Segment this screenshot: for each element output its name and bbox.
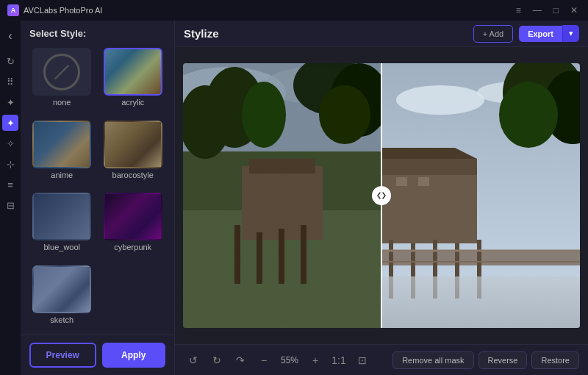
page-title: Stylize [184, 27, 219, 40]
zoom-level: 55% [278, 355, 301, 365]
layers-sidebar-icon[interactable]: ≡ [2, 176, 18, 193]
grid-sidebar-icon[interactable]: ⠿ [2, 74, 18, 90]
rotate-sidebar-icon[interactable]: ↻ [2, 53, 18, 69]
style-thumbnail-barocostyle [104, 121, 162, 168]
toolbar-right: Remove all mask Reverse Restore [392, 351, 579, 369]
svg-rect-17 [183, 63, 381, 328]
divider-handle-icon [376, 190, 387, 201]
after-svg [381, 63, 580, 328]
restore-button[interactable]: Restore [531, 351, 579, 369]
styles-grid: none acrylic anime barocostyle blue_wool [21, 45, 174, 335]
apply-button[interactable]: Apply [102, 343, 166, 368]
image-area [175, 47, 588, 344]
style-label-acrylic: acrylic [121, 98, 144, 107]
icon-sidebar: ‹ ↻ ⠿ ✦ ✦ ✧ ⊹ ≡ ⊟ [0, 21, 21, 375]
style-item-acrylic[interactable]: acrylic [101, 48, 166, 115]
style-thumbnail-anime [32, 121, 91, 168]
maximize-button[interactable]: □ [551, 4, 562, 17]
after-image [381, 63, 580, 328]
style-item-anime[interactable]: anime [29, 121, 95, 188]
redo-button[interactable]: ↷ [231, 351, 250, 370]
panel-footer: Preview Apply [21, 335, 174, 375]
before-svg [183, 63, 381, 328]
style-label-extra: sketch [50, 315, 74, 324]
remove-all-mask-button[interactable]: Remove all mask [392, 351, 473, 369]
undo-back-button[interactable]: ↻ [207, 351, 226, 370]
reverse-button[interactable]: Reverse [478, 351, 528, 369]
style-item-blue-wool[interactable]: blue_wool [29, 193, 95, 260]
toolbar-left: ↺ ↻ ↷ − 55% + 1:1 ⊡ [184, 351, 372, 370]
back-arrow-icon[interactable]: ‹ [5, 26, 15, 46]
title-bar-left: A AVCLabs PhotoPro AI [7, 4, 102, 16]
none-circle [43, 54, 80, 90]
add-button[interactable]: + Add [473, 25, 513, 43]
top-bar-right: + Add Export ▾ [473, 25, 579, 43]
style-item-none[interactable]: none [29, 48, 95, 115]
sparkle-sidebar-icon[interactable]: ✧ [2, 135, 18, 151]
style-item-extra[interactable]: sketch [29, 265, 95, 332]
panel-header: Select Style: [21, 21, 174, 45]
before-image [183, 63, 381, 328]
style-label-none: none [53, 98, 71, 107]
star-sidebar-icon[interactable]: ✦ [2, 94, 18, 110]
zoom-out-button[interactable]: − [254, 351, 273, 370]
export-button-group: Export ▾ [519, 25, 579, 42]
main-content: ‹ ↻ ⠿ ✦ ✦ ✧ ⊹ ≡ ⊟ Select Style: none [0, 21, 588, 375]
before-after-container[interactable] [183, 63, 580, 328]
style-thumbnail-cyberpunk [104, 193, 162, 240]
export-chevron-button[interactable]: ▾ [562, 25, 579, 42]
zoom-in-button[interactable]: + [306, 351, 325, 370]
wand-sidebar-icon[interactable]: ⊹ [2, 156, 18, 172]
style-item-cyberpunk[interactable]: cyberpunk [101, 193, 166, 260]
title-bar: A AVCLabs PhotoPro AI ≡ — □ ✕ [0, 0, 588, 21]
preview-button[interactable]: Preview [29, 343, 96, 368]
window-controls: ≡ — □ ✕ [513, 4, 581, 17]
top-bar-left: Stylize [184, 27, 219, 40]
svg-rect-38 [381, 276, 580, 328]
style-label-anime: anime [51, 171, 73, 179]
style-item-barocostyle[interactable]: barocostyle [101, 121, 166, 188]
svg-rect-29 [418, 177, 429, 186]
divider-handle[interactable] [372, 186, 391, 205]
style-label-barocostyle: barocostyle [112, 171, 154, 179]
style-thumbnail-extra [32, 265, 91, 313]
app-icon: A [7, 4, 19, 16]
none-thumb-bg [34, 49, 90, 94]
sliders-sidebar-icon[interactable]: ⊟ [2, 197, 18, 213]
magic-sidebar-icon[interactable]: ✦ [2, 115, 18, 131]
style-thumbnail-acrylic [104, 48, 162, 96]
svg-rect-26 [381, 159, 477, 175]
svg-point-24 [499, 82, 558, 148]
undo-button[interactable]: ↺ [184, 351, 203, 370]
top-bar: Stylize + Add Export ▾ [175, 21, 588, 47]
svg-rect-28 [396, 177, 407, 186]
style-panel: Select Style: none acrylic [21, 21, 175, 375]
zoom-fit-button[interactable]: 1:1 [329, 351, 348, 370]
style-label-blue-wool: blue_wool [43, 243, 80, 251]
style-thumbnail-blue-wool [32, 193, 91, 240]
svg-point-20 [396, 85, 484, 115]
app-title: AVCLabs PhotoPro AI [24, 6, 102, 15]
close-button[interactable]: ✕ [567, 4, 581, 17]
style-label-cyberpunk: cyberpunk [114, 243, 151, 251]
minimize-button[interactable]: — [530, 4, 545, 17]
none-line [54, 64, 69, 79]
canvas-area: Stylize + Add Export ▾ [175, 21, 588, 375]
bottom-toolbar: ↺ ↻ ↷ − 55% + 1:1 ⊡ Remove all mask Reve… [175, 344, 588, 375]
export-button[interactable]: Export [519, 26, 562, 42]
menu-button[interactable]: ≡ [513, 4, 524, 17]
style-thumbnail-none [32, 48, 91, 96]
fit-window-button[interactable]: ⊡ [353, 351, 372, 370]
